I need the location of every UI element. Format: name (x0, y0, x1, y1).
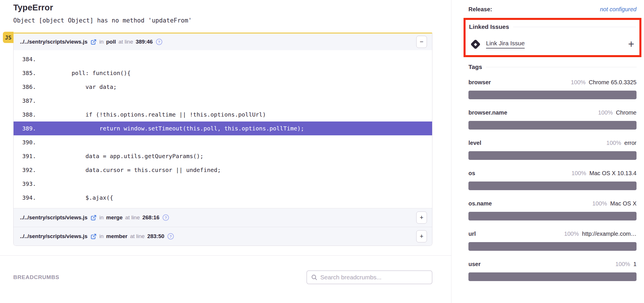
expand-frame-button[interactable]: + (416, 212, 427, 224)
link-jira-issue-link[interactable]: Link Jira Issue (486, 40, 525, 48)
error-message: Object [object Object] has no method 'up… (13, 17, 432, 24)
frame-in-label: in (99, 233, 103, 240)
issue-header: TypeError Object [object Object] has no … (0, 0, 451, 24)
tag-percent: 100% (607, 140, 621, 146)
tag-distribution-bar[interactable] (468, 182, 637, 190)
frame-function-name: member (106, 233, 127, 240)
code-line: 391. data = app.utils.getQueryParams(); (14, 149, 432, 163)
link-jira-issue-row[interactable]: Link Jira Issue + (469, 39, 636, 49)
tag-key[interactable]: browser (468, 79, 491, 86)
frame-function-name: merge (106, 214, 123, 221)
heading-rule (486, 67, 637, 67)
tag-distribution-bar[interactable] (468, 91, 637, 99)
linked-issues-title: Linked Issues (469, 23, 509, 30)
tag-row-user: user 100%1 (468, 261, 637, 281)
frame-file-path: ../../sentry/scripts/views.js (20, 214, 87, 221)
frame-line-number: 268:16 (142, 214, 159, 221)
code-line: 392. data.cursor = this.cursor || undefi… (14, 163, 432, 177)
frame-atline-label: at line (130, 233, 145, 240)
tag-key[interactable]: browser.name (468, 109, 507, 116)
frame-atline-label: at line (125, 214, 140, 221)
tags-title: Tags (468, 63, 482, 70)
tag-row-url: url 100%http://example.com… (468, 231, 637, 251)
heading-rule (513, 27, 636, 27)
jira-icon (470, 39, 481, 49)
tag-key[interactable]: user (468, 261, 481, 268)
tag-row-os-name: os.name 100%Mac OS X (468, 200, 637, 220)
frame-in-label: in (99, 214, 103, 221)
tag-value[interactable]: Mac OS X (610, 200, 637, 207)
error-type-title: TypeError (13, 3, 432, 12)
search-icon (311, 274, 317, 280)
tag-percent: 100% (571, 79, 585, 86)
search-breadcrumbs-input[interactable] (320, 274, 428, 281)
code-line: 386. var data; (14, 80, 432, 94)
tag-percent: 100% (615, 261, 630, 268)
code-line: 393. (14, 177, 432, 191)
external-link-icon[interactable] (91, 215, 97, 221)
tag-value[interactable]: http://example.com… (582, 231, 637, 237)
tags-heading: Tags (468, 63, 637, 70)
breadcrumbs-search[interactable] (306, 270, 432, 284)
code-line: 384. (14, 52, 432, 66)
tag-distribution-bar[interactable] (468, 212, 637, 220)
help-icon[interactable]: ? (156, 39, 162, 45)
tag-distribution-bar[interactable] (468, 121, 637, 130)
external-link-icon[interactable] (91, 39, 97, 45)
stack-frame-header-member[interactable]: ../../sentry/scripts/views.js in member … (14, 227, 432, 246)
tag-value[interactable]: Chrome (616, 109, 637, 116)
tag-key[interactable]: os (468, 170, 475, 177)
collapse-frame-button[interactable]: − (416, 36, 427, 48)
code-line-error-highlight: 389. return window.setTimeout(this.poll,… (14, 121, 432, 135)
tags-section: Tags browser 100%Chrome 65.0.3325 browse… (468, 63, 637, 281)
tag-percent: 100% (598, 109, 613, 116)
tag-distribution-bar[interactable] (468, 272, 637, 281)
stack-trace-box: ../../sentry/scripts/views.js in poll at… (13, 33, 432, 246)
platform-js-badge: JS (3, 32, 14, 43)
stack-frame-header-merge[interactable]: ../../sentry/scripts/views.js in merge a… (14, 208, 432, 227)
linked-issues-heading: Linked Issues (469, 23, 636, 30)
tag-row-browser-name: browser.name 100%Chrome (468, 109, 637, 130)
section-divider (0, 255, 451, 256)
issue-detail-panel: TypeError Object [object Object] has no … (0, 0, 451, 303)
external-link-icon[interactable] (91, 233, 97, 240)
code-line: 394. $.ajax({ (14, 191, 432, 205)
tag-value[interactable]: Mac OS X 10.13.4 (590, 170, 637, 177)
help-icon[interactable]: ? (167, 233, 174, 240)
tag-value[interactable]: error (624, 140, 637, 146)
tag-percent: 100% (564, 231, 579, 237)
breadcrumbs-title: BREADCRUMBS (13, 274, 59, 280)
help-icon[interactable]: ? (163, 214, 169, 221)
tag-distribution-bar[interactable] (468, 242, 637, 251)
tag-percent: 100% (571, 170, 586, 177)
tag-distribution-bar[interactable] (468, 151, 637, 160)
tag-key[interactable]: level (468, 140, 481, 146)
breadcrumbs-section-header: BREADCRUMBS (0, 270, 451, 284)
frame-file-path: ../../sentry/scripts/views.js (20, 233, 87, 240)
frame-in-label: in (99, 39, 103, 45)
tag-value[interactable]: 1 (633, 261, 637, 268)
frame-file-path: ../../sentry/scripts/views.js (20, 39, 87, 45)
release-not-configured-link[interactable]: not configured (600, 6, 637, 13)
code-line: 390. (14, 135, 432, 149)
add-linked-issue-button[interactable]: + (628, 39, 634, 49)
tag-row-os: os 100%Mac OS X 10.13.4 (468, 170, 637, 190)
tag-key[interactable]: os.name (468, 200, 492, 207)
code-line: 387. (14, 94, 432, 108)
tag-value[interactable]: Chrome 65.0.3325 (589, 79, 637, 86)
stack-frame-header-poll[interactable]: ../../sentry/scripts/views.js in poll at… (14, 33, 432, 50)
frame-line-number: 283:50 (147, 233, 164, 240)
issue-sidebar: Release: not configured Linked Issues Li… (452, 0, 644, 303)
release-row: Release: not configured (468, 0, 637, 14)
stack-trace: JS ../../sentry/scripts/views.js in poll… (13, 33, 432, 246)
tag-percent: 100% (592, 200, 607, 207)
expand-frame-button[interactable]: + (416, 230, 427, 242)
code-context: 384. 385. poll: function(){ 386. var dat… (14, 50, 432, 208)
tag-row-browser: browser 100%Chrome 65.0.3325 (468, 79, 637, 99)
code-line: 388. if (!this.options.realtime || !this… (14, 108, 432, 121)
frame-function-name: poll (106, 39, 116, 45)
tag-row-level: level 100%error (468, 140, 637, 160)
release-label: Release: (468, 6, 492, 13)
frame-atline-label: at line (118, 39, 133, 45)
tag-key[interactable]: url (468, 231, 476, 237)
